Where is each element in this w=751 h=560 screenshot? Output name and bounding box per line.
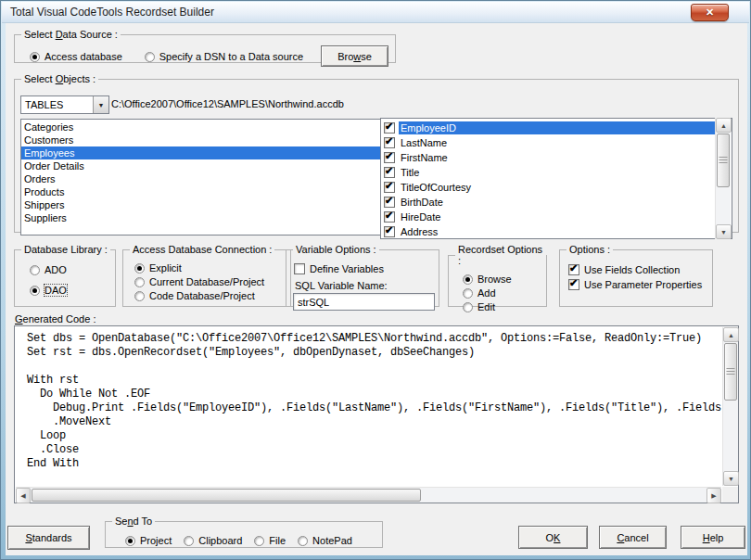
option-checkbox[interactable]: Use Fields Collection [568,264,702,275]
recordset-option-radio[interactable]: Browse [463,274,512,285]
scroll-left-icon[interactable]: ◀ [16,488,31,503]
field-checkbox-icon[interactable] [384,152,395,163]
options-checkbox-group: Use Fields Collection Use Parameter Prop… [568,264,702,290]
generated-code-lines: Set dbs = OpenDatabase("C:\Office2007\Of… [16,327,721,471]
field-row[interactable]: Address [384,224,716,239]
code-line: Set dbs = OpenDatabase("C:\Office2007\Of… [27,332,721,346]
object-type-value: TABLES [21,96,93,113]
checkbox-icon [294,263,305,274]
scrollbar-thumb[interactable] [32,489,421,502]
field-row[interactable]: TitleOfCourtesy [384,180,716,195]
dialog-body: Select Data Source : Access database Spe… [6,23,747,555]
code-horizontal-scrollbar[interactable]: ◀ ▶ [16,487,721,503]
browse-button[interactable]: Browse [321,45,388,67]
table-row[interactable]: Products [21,185,390,198]
fields-scrollbar[interactable]: ▲ ▼ [715,118,731,239]
radio-icon [134,277,145,287]
data-source-radio-group: Access database Specify a DSN to a Data … [30,51,303,62]
database-library-legend: Database Library : [21,244,110,255]
field-row[interactable]: HireDate [384,210,716,224]
code-line: Set rst = dbs.OpenRecordset("Employees",… [27,346,721,360]
scrollbar-thumb[interactable] [724,343,737,401]
tables-list[interactable]: Categories Customers Employees Order Det… [20,119,391,235]
cancel-button[interactable]: Cancel [599,526,667,549]
field-checkbox-icon[interactable] [384,226,395,237]
send-to-radio[interactable]: NotePad [298,535,352,546]
code-line: Debug.Print .Fields("EmployeeID"), .Fiel… [27,401,721,415]
field-row[interactable]: FirstName [384,150,716,165]
window-title: Total Visual CodeTools Recordset Builder [10,2,214,22]
access-connection-radio[interactable]: Current Database/Project [134,276,264,287]
table-row[interactable]: Categories [21,121,390,134]
code-line: Do While Not .EOF [27,388,721,401]
radio-icon [463,274,473,285]
variable-options-group: Variable Options : Define Variables SQL … [286,244,439,307]
data-source-radio[interactable]: Specify a DSN to a Data source [145,51,303,62]
access-connection-radio[interactable]: Code Database/Project [134,290,264,301]
standards-button[interactable]: Standards [7,526,90,550]
code-line: .Close [27,443,721,457]
scroll-right-icon[interactable]: ▶ [706,488,721,503]
generated-code-box[interactable]: Set dbs = OpenDatabase("C:\Office2007\Of… [14,325,739,503]
generated-code-pane[interactable]: Set dbs = OpenDatabase("C:\Office2007\Of… [16,327,721,486]
send-to-radio[interactable]: Project [125,535,172,546]
define-variables-checkbox[interactable]: Define Variables [294,263,384,274]
field-checkbox-icon[interactable] [384,211,395,223]
field-row[interactable]: LastName [384,135,716,150]
recordset-option-radio[interactable]: Add [463,287,512,299]
options-group: Options : Use Fields Collection Use Para… [559,244,713,307]
options-legend: Options : [566,244,613,255]
close-button[interactable]: ✕ [691,4,729,21]
sql-variable-name-input[interactable] [293,293,435,311]
chevron-down-icon[interactable]: ▼ [93,96,108,113]
select-objects-group: Select Objects : TABLES ▼ C:\Office2007\… [14,73,739,233]
data-source-radio[interactable]: Access database [30,51,122,62]
radio-icon [463,288,473,299]
radio-icon [254,536,264,546]
option-checkbox[interactable]: Use Parameter Properties [568,279,702,290]
radio-icon [134,291,145,301]
close-icon: ✕ [706,6,714,19]
fields-list[interactable]: EmployeeID LastName FirstName Ti [380,118,732,239]
object-type-dropdown[interactable]: TABLES ▼ [20,95,109,114]
scroll-up-icon[interactable]: ▲ [723,327,739,342]
recordset-option-radio[interactable]: Edit [463,301,512,312]
scroll-up-icon[interactable]: ▲ [716,118,732,133]
database-library-radio[interactable]: ADO [30,264,67,275]
table-row[interactable]: Suppliers [21,211,390,224]
scroll-down-icon[interactable]: ▼ [723,471,739,486]
field-checkbox-icon[interactable] [384,182,395,193]
variable-options-legend: Variable Options : [293,244,379,255]
send-to-radio[interactable]: File [254,535,286,546]
access-connection-radio[interactable]: Explicit [134,262,264,274]
table-row[interactable]: Shippers [21,198,390,211]
dialog-window: Total Visual CodeTools Recordset Builder… [0,0,751,560]
table-row[interactable]: Customers [21,134,390,146]
field-checkbox-icon[interactable] [384,197,395,208]
table-row[interactable]: Order Details [21,159,390,172]
help-button[interactable]: Help [681,526,745,549]
scrollbar-thumb[interactable] [717,134,730,187]
send-to-radio[interactable]: Clipboard [184,535,242,546]
title-bar[interactable]: Total Visual CodeTools Recordset Builder… [2,2,749,23]
select-data-source-group: Select Data Source : Access database Spe… [14,29,396,63]
ok-button[interactable]: OK [518,526,588,549]
radio-icon [30,52,40,62]
recordset-options-group: Recordset Options : Browse Add [448,244,547,307]
database-library-radio[interactable]: DAO [30,285,67,296]
code-line [27,360,721,374]
field-checkbox-icon[interactable] [384,122,395,134]
scrollbar-corner [722,487,738,503]
field-row[interactable]: BirthDate [384,195,716,210]
field-row[interactable]: EmployeeID [384,121,716,135]
recordset-options-radio-group: Browse Add Edit [463,274,512,312]
table-row[interactable]: Orders [21,172,390,185]
table-row[interactable]: Employees [21,146,390,159]
field-row[interactable]: Title [384,165,716,180]
scroll-down-icon[interactable]: ▼ [716,224,732,239]
code-vertical-scrollbar[interactable]: ▲ ▼ [722,327,738,486]
checkbox-icon [568,279,579,290]
access-connection-radio-group: Explicit Current Database/Project Code D… [134,262,264,301]
field-checkbox-icon[interactable] [384,137,395,148]
field-checkbox-icon[interactable] [384,167,395,178]
